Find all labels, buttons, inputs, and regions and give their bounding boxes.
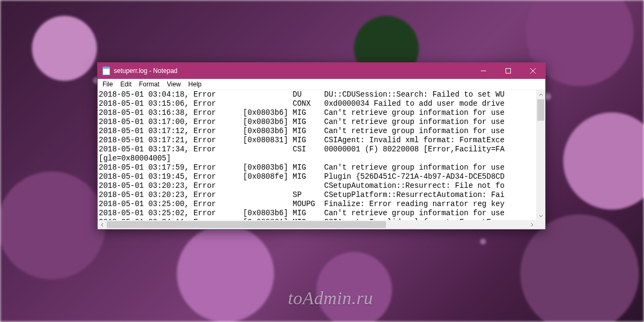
menu-file[interactable]: File <box>99 79 116 89</box>
horizontal-scroll-thumb[interactable] <box>107 221 386 228</box>
svg-rect-1 <box>506 69 511 74</box>
horizontal-scrollbar[interactable] <box>98 220 536 229</box>
horizontal-scroll-track[interactable] <box>107 220 527 229</box>
minimize-icon <box>481 68 486 74</box>
close-button[interactable] <box>521 63 545 79</box>
titlebar[interactable]: setuperr.log - Notepad <box>98 63 545 79</box>
menu-format[interactable]: Format <box>135 79 163 89</box>
text-editor[interactable]: 2018-05-01 03:04:18, Error DU DU::CDUSes… <box>98 90 536 220</box>
notepad-icon <box>102 67 111 75</box>
chevron-down-icon <box>539 214 543 218</box>
client-area: 2018-05-01 03:04:18, Error DU DU::CDUSes… <box>98 90 545 229</box>
scroll-left-button[interactable] <box>98 220 107 229</box>
scrollbar-corner <box>536 220 545 229</box>
maximize-button[interactable] <box>496 63 521 79</box>
vertical-scroll-thumb[interactable] <box>537 99 544 121</box>
menubar: File Edit Format View Help <box>98 79 545 90</box>
maximize-icon <box>506 68 511 74</box>
vertical-scroll-track[interactable] <box>536 99 545 211</box>
close-icon <box>530 68 536 74</box>
scroll-right-button[interactable] <box>527 220 536 229</box>
menu-view[interactable]: View <box>163 79 185 89</box>
scroll-up-button[interactable] <box>536 90 545 99</box>
menu-edit[interactable]: Edit <box>116 79 135 89</box>
chevron-left-icon <box>100 223 105 227</box>
scroll-down-button[interactable] <box>536 211 545 220</box>
vertical-scrollbar[interactable] <box>536 90 545 220</box>
window-title: setuperr.log - Notepad <box>114 67 178 75</box>
chevron-right-icon <box>530 223 534 227</box>
chevron-up-icon <box>539 93 543 97</box>
menu-help[interactable]: Help <box>185 79 206 89</box>
minimize-button[interactable] <box>471 63 496 79</box>
notepad-window: setuperr.log - Notepad File Edit Format … <box>97 62 546 230</box>
